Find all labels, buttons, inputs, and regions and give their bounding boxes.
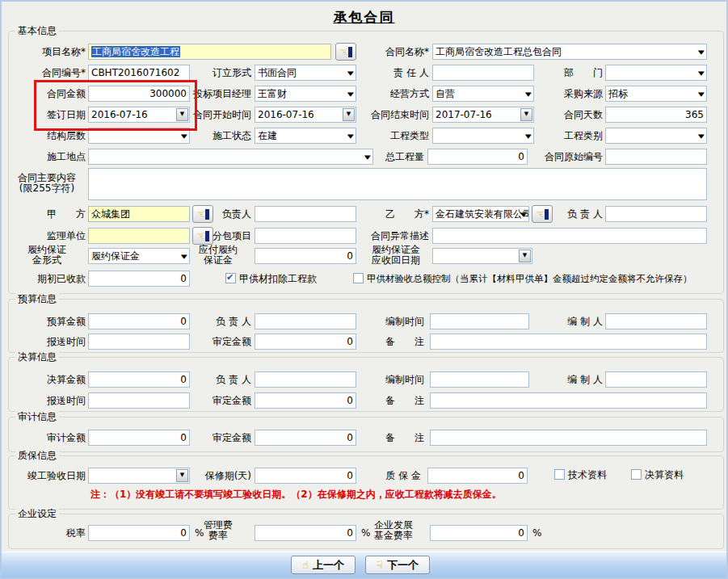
party-b-person-label: 负 责 人 [557, 206, 603, 222]
calendar-dropdown-button[interactable]: ▼ [519, 250, 531, 262]
budget-remark-input[interactable] [430, 334, 707, 350]
project-class-combo[interactable]: ▼ [605, 128, 707, 144]
audit-approved-amount-input[interactable]: 0 [255, 430, 356, 446]
settlement-compile-time-input[interactable] [430, 371, 529, 388]
budget-remark-label: 备 注 [363, 334, 424, 350]
page-title: 承包合同 [2, 8, 726, 27]
party-a-person-label: 负责人 [191, 206, 251, 222]
budget-submit-time-input[interactable] [88, 334, 190, 350]
party-b-combo[interactable]: 金石建筑安装有限公司▼ [432, 206, 529, 222]
budget-compile-time-label: 编制时间 [363, 313, 424, 329]
party-b-lookup-button[interactable]: ☜ [532, 205, 553, 223]
settlement-compile-time-label: 编制时间 [363, 371, 424, 388]
group-audit-legend: 审计信息 [15, 411, 59, 423]
construct-status-combo[interactable]: 在建▼ [255, 128, 356, 144]
original-no-input[interactable] [605, 149, 707, 165]
budget-amount-input[interactable]: 0 [88, 313, 190, 329]
form-type-combo[interactable]: 书面合同▼ [255, 65, 356, 81]
project-name-input[interactable]: 工商局宿舍改造工程 [88, 44, 331, 60]
purchase-source-combo[interactable]: 招标▼ [605, 86, 707, 102]
project-type-label: 工程类型 [363, 128, 429, 144]
project-type-combo[interactable]: ▼ [432, 128, 534, 144]
duty-person-label: 责 任 人 [363, 65, 429, 81]
supervisor-input[interactable] [88, 228, 190, 244]
structure-layers-combo[interactable]: ▼ [88, 128, 190, 144]
contract-no-input[interactable]: CBHT2016071602 [88, 65, 190, 81]
duty-person-input[interactable] [432, 65, 534, 81]
deposit-form-combo[interactable]: 履约保证金▼ [88, 248, 190, 264]
material-total-control-checkbox[interactable] [353, 273, 364, 283]
abnormal-desc-input[interactable] [432, 228, 707, 244]
warranty-days-input[interactable]: 0 [255, 468, 356, 484]
budget-compiler-input[interactable] [605, 313, 707, 329]
dev-fund-rate-input[interactable]: 0 [430, 525, 528, 541]
end-date-label: 合同结束时间 [363, 107, 429, 123]
material-total-control-checkbox-label: 甲供材验收总额控制（当累计【材料甲供单】金额超过约定金额将不允许保存） [367, 272, 692, 285]
total-quantity-input[interactable]: 0 [427, 149, 528, 165]
prev-button[interactable]: ☝上一个 [291, 556, 356, 574]
calendar-dropdown-button[interactable]: ▼ [343, 108, 355, 121]
settlement-docs-checkbox[interactable] [631, 469, 642, 480]
settlement-submit-time-input[interactable] [88, 392, 190, 409]
deduct-material-checkbox[interactable] [225, 273, 236, 283]
mgmt-rate-input[interactable]: 0 [255, 525, 356, 541]
budget-compile-time-input[interactable] [430, 313, 529, 329]
end-date-picker[interactable]: 2017-07-16▼ [432, 107, 534, 123]
start-date-picker[interactable]: 2016-07-16▼ [255, 107, 356, 123]
settlement-compiler-input[interactable] [605, 371, 707, 388]
completion-date-picker[interactable]: ▼ [88, 468, 190, 484]
budget-compiler-label: 编 制 人 [528, 313, 603, 329]
contract-amount-input[interactable]: 300000 [88, 86, 190, 102]
initial-received-input[interactable]: 0 [88, 271, 190, 287]
group-enterprise-legend: 企业设定 [15, 508, 59, 520]
contract-name-combo[interactable]: 工商局宿舍改造工程总包合同▼ [432, 44, 707, 60]
settlement-duty-person-input[interactable] [255, 371, 356, 388]
sign-date-picker[interactable]: 2016-07-16▼ [88, 107, 190, 123]
book-icon [545, 209, 549, 220]
settlement-approved-amount-input[interactable]: 0 [255, 392, 356, 409]
audit-remark-input[interactable] [430, 430, 707, 446]
structure-layers-label: 结构层数 [8, 128, 86, 144]
construct-site-combo[interactable]: ▼ [88, 149, 373, 165]
party-b-value: 金石建筑安装有限公司 [436, 208, 529, 220]
group-budget-legend: 预算信息 [15, 293, 59, 305]
operate-mode-combo[interactable]: 自营▼ [432, 86, 534, 102]
project-class-label: 工程类别 [528, 128, 603, 144]
deposit-payable-input[interactable]: 0 [255, 248, 356, 264]
party-a-person-input[interactable] [255, 206, 356, 222]
settlement-amount-input[interactable]: 0 [88, 371, 190, 388]
book-icon [348, 47, 352, 57]
deposit-return-date-picker[interactable]: ▼ [432, 248, 532, 264]
initial-received-label: 期初已收款 [8, 271, 86, 287]
settlement-submit-time-label: 报送时间 [8, 392, 86, 409]
dev-fund-rate-unit: % [532, 525, 541, 541]
deposit-return-date-label: 履约保证金 应收回日期 [363, 245, 429, 266]
audit-amount-input[interactable]: 0 [88, 430, 190, 446]
end-date-value: 2017-07-16 [436, 109, 492, 120]
party-b-person-input[interactable] [605, 206, 707, 222]
budget-duty-person-input[interactable] [255, 313, 356, 329]
tech-docs-checkbox[interactable] [554, 469, 565, 480]
tax-rate-input[interactable]: 0 [88, 525, 190, 541]
contract-days-input[interactable]: 365 [605, 107, 707, 123]
next-button-label: 下一个 [387, 558, 419, 573]
department-combo[interactable]: ▼ [605, 65, 707, 81]
dev-fund-rate-label: 企业发展 基金费率 [363, 520, 424, 541]
next-button[interactable]: ☟下一个 [365, 556, 430, 574]
bid-manager-combo[interactable]: 王富财▼ [255, 86, 356, 102]
settlement-remark-input[interactable] [430, 392, 707, 409]
subcontract-input[interactable] [255, 228, 356, 244]
party-a-input[interactable]: 众城集团 [88, 206, 190, 222]
department-label: 部 门 [528, 65, 603, 81]
purchase-source-label: 采购来源 [528, 86, 603, 102]
retention-input[interactable]: 0 [427, 468, 528, 484]
budget-approved-amount-label: 审定金额 [185, 334, 251, 350]
chevron-down-icon: ▼ [697, 134, 704, 140]
purchase-source-value: 招标 [608, 88, 628, 99]
main-content-textarea[interactable] [88, 168, 707, 200]
abnormal-desc-label: 合同异常描述 [363, 228, 429, 244]
project-lookup-button[interactable]: ☜ [335, 43, 356, 61]
budget-approved-amount-input[interactable]: 0 [255, 334, 356, 350]
deduct-material-checkbox-label: 甲供材扣除工程款 [239, 272, 317, 285]
group-settlement-legend: 决算信息 [15, 351, 59, 363]
